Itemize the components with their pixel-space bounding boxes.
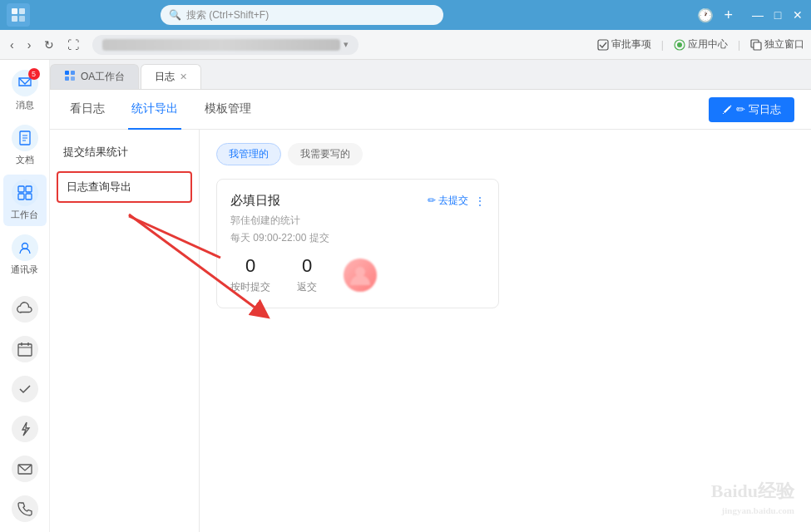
svg-rect-4: [598, 40, 608, 50]
watermark: Baidu经验 jingyan.baidu.com: [711, 479, 794, 515]
contacts-label: 通讯录: [11, 264, 38, 276]
tab-bar: OA工作台 日志 ✕: [50, 60, 811, 90]
mail-icon-circle: [12, 456, 38, 482]
left-panel-export[interactable]: 日志查询导出: [57, 171, 192, 203]
back-button[interactable]: ‹: [7, 37, 17, 53]
tab-diary[interactable]: 日志 ✕: [141, 64, 201, 89]
filter-tab-need-write[interactable]: 我需要写的: [288, 143, 363, 165]
content-area: OA工作台 日志 ✕ 看日志 统计导出 模: [50, 60, 811, 532]
tasks-icon-circle: [12, 376, 38, 402]
sidebar-item-lightning[interactable]: [3, 411, 47, 447]
sidebar-item-cloud[interactable]: [3, 291, 47, 328]
svg-rect-25: [71, 71, 75, 75]
url-bar[interactable]: ▾: [92, 35, 359, 55]
svg-rect-8: [754, 42, 761, 50]
workbench-icon-circle: [12, 180, 38, 206]
sidebar-item-messages[interactable]: 5 消息: [3, 65, 47, 116]
sub-nav-view-diary[interactable]: 看日志: [67, 90, 108, 130]
contacts-icon-circle: [12, 234, 38, 261]
stat-returned: 0 返交: [297, 255, 317, 294]
card-menu-icon[interactable]: ⋮: [475, 195, 485, 207]
sub-nav-stats-export[interactable]: 统计导出: [128, 90, 181, 130]
sidebar-item-phone[interactable]: [3, 490, 47, 527]
svg-point-6: [677, 42, 682, 47]
tab-diary-close[interactable]: ✕: [180, 71, 187, 82]
diary-card: 必填日报 ✏ 去提交 ⋮ 郭佳创建的统计 每天 09:00-22:00 提交: [216, 179, 499, 308]
oa-tab-icon: [64, 70, 76, 84]
watermark-sub: jingyan.baidu.com: [711, 505, 794, 515]
main-layout: 5 消息 文档 工作台 通讯录: [0, 60, 811, 532]
card-stats: 0 按时提交 0 返交: [230, 255, 485, 294]
card-submit-action[interactable]: ✏ 去提交: [428, 194, 468, 208]
app-center-action[interactable]: 应用中心: [674, 37, 728, 52]
tab-diary-label: 日志: [155, 70, 175, 84]
sidebar-item-workbench[interactable]: 工作台: [3, 175, 47, 226]
sidebar-item-tasks[interactable]: [3, 371, 47, 407]
svg-line-28: [723, 113, 724, 114]
messages-badge: 5: [28, 68, 40, 80]
filter-tab-managed[interactable]: 我管理的: [216, 143, 281, 165]
write-diary-button[interactable]: ✏ 写日志: [709, 97, 794, 122]
lightning-icon-circle: [12, 416, 38, 442]
maximize-button[interactable]: □: [771, 8, 784, 22]
messages-icon-circle: 5: [12, 70, 38, 96]
right-panel: 我管理的 我需要写的 必填日报 ✏ 去提交: [200, 130, 811, 532]
stat-returned-label: 返交: [297, 280, 317, 294]
calendar-icon-circle: [12, 336, 38, 362]
svg-rect-18: [18, 344, 32, 356]
card-time: 每天 09:00-22:00 提交: [230, 231, 485, 245]
nav-bar: ‹ › ↻ ⛶ ▾ 审批事项 | 应用中心 | 独立窗口: [0, 30, 811, 60]
messages-label: 消息: [16, 99, 34, 111]
window-controls: — □ ✕: [751, 8, 804, 22]
sidebar-icons: 5 消息 文档 工作台 通讯录: [0, 60, 50, 532]
forward-button[interactable]: ›: [24, 37, 35, 53]
card-creator: 郭佳创建的统计: [230, 214, 485, 228]
title-actions: 🕐 + — □ ✕: [697, 7, 804, 24]
stat-on-time: 0 按时提交: [230, 255, 270, 294]
sidebar-item-calendar[interactable]: [3, 331, 47, 367]
card-header: 必填日报 ✏ 去提交 ⋮: [230, 193, 485, 209]
refresh-button[interactable]: ↻: [41, 37, 57, 53]
minimize-button[interactable]: —: [751, 8, 764, 22]
docs-label: 文档: [16, 154, 34, 166]
app-icon: [7, 3, 30, 27]
add-tab-icon[interactable]: +: [724, 7, 733, 24]
tab-oa-workbench[interactable]: OA工作台: [50, 64, 139, 89]
approve-action[interactable]: 审批事项: [597, 37, 651, 52]
page-area: 看日志 统计导出 模板管理 ✏ 写日志: [50, 90, 811, 532]
sidebar-item-mail[interactable]: [3, 451, 47, 487]
divider1: |: [661, 39, 664, 51]
title-bar: 🔍 搜索 (Ctrl+Shift+F) 🕐 + — □ ✕: [0, 0, 811, 30]
card-actions[interactable]: ✏ 去提交 ⋮: [428, 194, 485, 208]
sidebar-item-contacts[interactable]: 通讯录: [3, 229, 47, 281]
phone-icon-circle: [12, 495, 38, 522]
card-title: 必填日报: [230, 193, 280, 209]
search-icon: 🔍: [169, 9, 181, 21]
standalone-window-action[interactable]: 独立窗口: [750, 37, 804, 52]
stat-on-time-num: 0: [245, 255, 255, 277]
page-wrapper: 🔍 搜索 (Ctrl+Shift+F) 🕐 + — □ ✕ ‹ › ↻ ⛶ ▾ …: [0, 0, 811, 532]
nav-right-actions: 审批事项 | 应用中心 | 独立窗口: [597, 37, 804, 52]
svg-rect-27: [71, 76, 75, 81]
expand-button[interactable]: ⛶: [64, 37, 82, 53]
cloud-icon-circle: [12, 296, 38, 323]
svg-rect-3: [19, 16, 25, 22]
stat-returned-num: 0: [302, 255, 312, 277]
url-dropdown-icon: ▾: [344, 39, 349, 50]
svg-rect-15: [18, 194, 24, 200]
divider2: |: [738, 39, 740, 51]
url-blur: [102, 39, 340, 51]
close-button[interactable]: ✕: [791, 8, 804, 22]
filter-tabs: 我管理的 我需要写的: [216, 143, 794, 165]
svg-rect-26: [65, 76, 69, 81]
svg-rect-13: [18, 186, 24, 192]
content-split: 提交结果统计 日志查询导出 我管理的: [50, 130, 811, 532]
svg-rect-0: [12, 8, 17, 14]
title-search-bar[interactable]: 🔍 搜索 (Ctrl+Shift+F): [161, 5, 443, 25]
sidebar-item-docs[interactable]: 文档: [3, 120, 47, 171]
docs-icon-circle: [12, 125, 38, 151]
sub-nav-template-manage[interactable]: 模板管理: [201, 90, 255, 130]
search-placeholder: 搜索 (Ctrl+Shift+F): [186, 8, 269, 22]
history-icon[interactable]: 🕐: [697, 7, 714, 23]
left-panel-submit-stats[interactable]: 提交结果统计: [50, 136, 199, 168]
